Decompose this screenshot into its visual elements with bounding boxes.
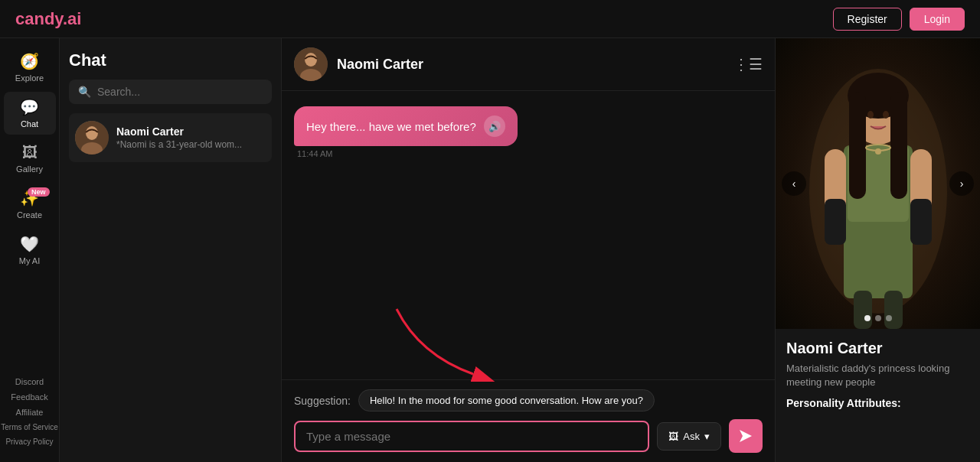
chat-info-naomi: Naomi Carter *Naomi is a 31-year-old wom… [116, 125, 242, 150]
svg-rect-14 [910, 199, 932, 245]
message-time-1: 11:44 AM [294, 149, 332, 158]
svg-point-19 [867, 111, 874, 119]
carousel-dot-3[interactable] [886, 315, 892, 321]
svg-point-22 [875, 148, 881, 155]
chat-panel: Chat 🔍 Naomi Carter *Naomi is a 31-year-… [60, 38, 282, 462]
input-row: 🖼 Ask ▾ [294, 419, 763, 453]
contact-name: Naomi Carter [116, 125, 242, 138]
sidebar-link-feedback[interactable]: Feedback [11, 390, 47, 404]
search-icon: 🔍 [78, 86, 91, 98]
svg-point-20 [883, 111, 889, 119]
register-button[interactable]: Register [833, 8, 902, 31]
sidebar-nav-top: 🧭 Explore 💬 Chat 🖼 Gallery New ✨ Create … [4, 46, 56, 372]
search-input[interactable] [97, 86, 263, 98]
message-input-wrap[interactable] [294, 421, 649, 452]
chat-bottom: Suggestion: Hello! In the mood for some … [282, 379, 775, 462]
char-name: Naomi Carter [786, 340, 969, 357]
sidebar-link-affiliate[interactable]: Affiliate [16, 405, 44, 419]
chat-list: Naomi Carter *Naomi is a 31-year-old wom… [69, 113, 272, 162]
ask-chevron-icon: ▾ [704, 431, 710, 442]
chat-main: Naomi Carter ⋮☰ Hey there... have we met… [282, 38, 775, 462]
messages-area: Hey there... have we met before? 🔊 11:44… [282, 91, 775, 379]
chat-panel-title: Chat [69, 50, 272, 70]
sidebar-item-chat[interactable]: 💬 Chat [4, 92, 56, 135]
svg-point-1 [86, 126, 98, 140]
carousel-prev-button[interactable]: ‹ [782, 171, 806, 196]
sidebar-label-create: Create [17, 210, 42, 220]
chat-header: Naomi Carter ⋮☰ [282, 38, 775, 91]
char-info: Naomi Carter Materialistic daddy's princ… [776, 329, 980, 420]
sidebar-item-explore[interactable]: 🧭 Explore [4, 46, 56, 89]
login-button[interactable]: Login [910, 8, 965, 31]
ask-label: Ask [683, 431, 700, 442]
sidebar-item-create[interactable]: New ✨ Create [4, 183, 56, 226]
sidebar-label-myai: My AI [19, 256, 41, 265]
suggestion-text[interactable]: Hello! In the mood for some good convers… [358, 389, 655, 412]
myai-icon: 🤍 [20, 235, 39, 253]
message-text-1: Hey there... have we met before? [306, 120, 476, 133]
chat-header-name: Naomi Carter [337, 57, 724, 73]
right-panel: ‹ › Naomi Carter Materialistic daddy's p… [775, 38, 980, 462]
sidebar-link-privacy[interactable]: Privacy Policy [5, 435, 53, 448]
send-icon [738, 428, 753, 444]
sidebar-label-chat: Chat [21, 119, 38, 129]
carousel-dot-2[interactable] [875, 315, 881, 321]
logo-ai: .ai [63, 9, 81, 28]
svg-rect-24 [884, 291, 903, 329]
sidebar-nav-bottom: Discord Feedback Affiliate Terms of Serv… [1, 375, 57, 454]
sidebar-item-myai[interactable]: 🤍 My AI [4, 229, 56, 272]
carousel-dot-1[interactable] [864, 315, 871, 321]
chat-header-avatar [294, 47, 328, 81]
carousel-next-button[interactable]: › [949, 171, 974, 196]
personality-title: Personality Attributes: [786, 397, 969, 409]
ask-icon: 🖼 [668, 431, 678, 442]
app-logo: candy.ai [15, 9, 81, 29]
sidebar: 🧭 Explore 💬 Chat 🖼 Gallery New ✨ Create … [0, 38, 60, 462]
svg-marker-7 [740, 430, 752, 442]
naomi-avatar [75, 121, 109, 155]
menu-icon[interactable]: ⋮☰ [733, 55, 763, 73]
message-input[interactable] [296, 422, 648, 451]
svg-rect-23 [854, 291, 872, 329]
new-badge: New [28, 187, 50, 197]
carousel-arrows: ‹ › [776, 171, 980, 196]
send-button[interactable] [729, 419, 763, 453]
logo-candy: candy [15, 9, 63, 28]
sidebar-label-gallery: Gallery [16, 164, 43, 174]
sidebar-label-explore: Explore [15, 73, 44, 83]
header-auth-buttons: Register Login [833, 8, 965, 31]
explore-icon: 🧭 [20, 52, 39, 70]
carousel-dots [776, 315, 980, 321]
char-desc: Materialistic daddy's princess looking m… [786, 362, 969, 389]
bubble-content-1: Hey there... have we met before? 🔊 [294, 106, 518, 146]
sidebar-link-tos[interactable]: Terms of Service [1, 421, 57, 434]
contact-desc: *Naomi is a 31-year-old wom... [116, 139, 242, 150]
sidebar-link-discord[interactable]: Discord [15, 375, 44, 389]
svg-point-4 [305, 53, 317, 67]
suggestion-label: Suggestion: [294, 395, 351, 407]
suggestion-row: Suggestion: Hello! In the mood for some … [294, 389, 763, 412]
sidebar-item-gallery[interactable]: 🖼 Gallery [4, 138, 56, 180]
app-header: candy.ai Register Login [0, 0, 980, 38]
svg-rect-13 [825, 199, 846, 245]
main-layout: 🧭 Explore 💬 Chat 🖼 Gallery New ✨ Create … [0, 38, 980, 462]
gallery-icon: 🖼 [22, 144, 38, 161]
chat-icon: 💬 [20, 98, 39, 116]
search-box[interactable]: 🔍 [69, 80, 272, 104]
speaker-button[interactable]: 🔊 [484, 116, 505, 137]
character-image: ‹ › [776, 38, 980, 329]
ask-button[interactable]: 🖼 Ask ▾ [657, 422, 721, 451]
chat-item-naomi[interactable]: Naomi Carter *Naomi is a 31-year-old wom… [69, 113, 272, 162]
message-bubble-1: Hey there... have we met before? 🔊 11:44… [294, 106, 575, 158]
